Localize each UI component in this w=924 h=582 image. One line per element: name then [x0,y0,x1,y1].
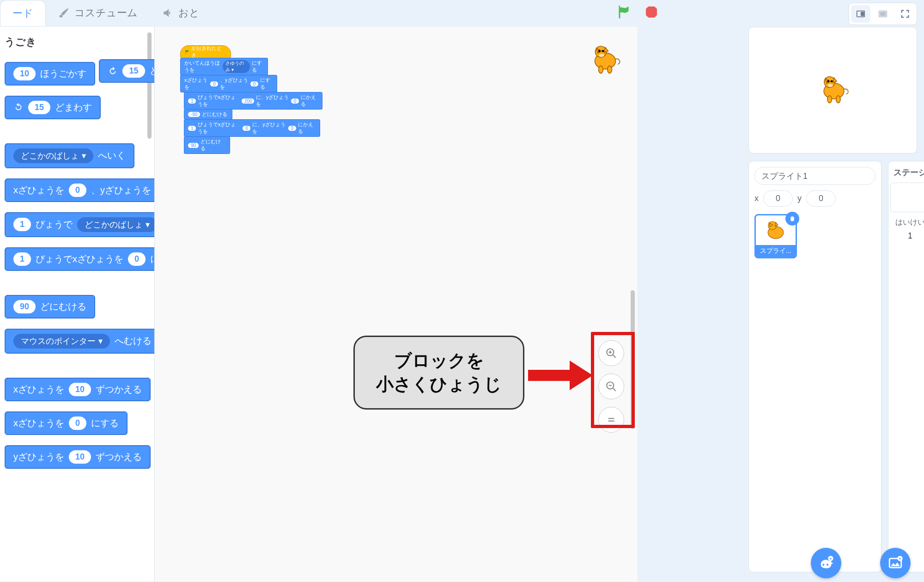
annotation-line2: 小さくひょうじ [376,373,502,396]
script-row[interactable]: -90どにむける [184,109,232,120]
backdrops-label: はいけい [890,218,924,227]
svg-point-23 [827,96,832,103]
input-x[interactable]: 0 [128,252,146,266]
category-motion-header: うごき [3,31,155,55]
tab-code[interactable]: ード [0,0,46,26]
stage-header: ステージ [890,167,924,178]
stage-view-controls [849,3,917,25]
script-row[interactable]: 90どにむける [184,136,230,154]
input-secs[interactable]: 1 [13,252,31,266]
speaker-icon [162,7,174,19]
run-controls [614,3,661,21]
backdrop-thumb[interactable] [890,183,924,212]
rotate-ccw-icon [13,102,24,112]
sprite-y-input[interactable] [806,190,836,207]
editor-tabs: ード コスチューム おと [0,0,638,26]
rotate-cw-icon [108,66,118,76]
hat-block-flag-clicked[interactable]: がおされたとき [180,45,231,58]
workspace-sprite-preview [587,41,624,78]
dropdown-glide-target[interactable]: どこかのばしょ ▾ [77,217,155,232]
block-point-towards[interactable]: マウスのポインター ▾ へむける [5,329,155,354]
svg-point-8 [608,66,612,73]
svg-text:+: + [899,556,901,561]
y-label: y [797,194,802,203]
sprite-x-input[interactable] [763,190,793,207]
block-turn-counterclockwise[interactable]: 15 どまわす [5,96,101,119]
small-stage-button[interactable] [851,5,870,23]
annotation-arrow-icon [528,357,593,394]
svg-point-9 [598,50,601,52]
svg-point-7 [599,66,603,73]
annotation-highlight-box [591,332,635,428]
block-change-y[interactable]: yざひょうを 10 ずつかえる [5,445,151,469]
input-steps[interactable]: 10 [13,67,36,80]
x-label: x [754,194,759,203]
svg-marker-0 [646,6,657,18]
svg-point-10 [602,50,604,52]
script-row[interactable]: 1びょうでxざひょうを0に、yざひょうを0にかえる [184,119,320,137]
large-stage-button[interactable] [873,5,893,23]
script-row[interactable]: 1びょうでxざひょうを200に、yざひょうを0にかえる [184,92,322,110]
block-goto-random[interactable]: どこかのばしょ ▾ へいく [5,143,134,168]
svg-point-26 [831,80,833,83]
script-stack[interactable]: がおされたとき かいてんほうほうをさゆうのみ ▾にする xざひょうを0、yざひょ… [180,45,322,154]
right-column: x y スプライ... ステージ はいけい [748,27,917,582]
sprite-thumb-1[interactable]: スプライ... [754,214,797,258]
script-row[interactable]: xざひょうを0、yざひょうを0にする [180,75,277,92]
stop-button[interactable] [642,3,661,21]
svg-text:+: + [829,556,832,561]
backdrops-count: 1 [890,231,924,241]
dropdown-point-target[interactable]: マウスのポインター ▾ [13,334,110,349]
input-secs[interactable]: 1 [13,218,31,231]
add-sprite-button[interactable]: + [811,548,841,578]
svg-point-25 [827,80,829,83]
delete-sprite-button[interactable] [785,212,799,226]
block-point-direction[interactable]: 90 どにむける [5,295,95,319]
block-set-x[interactable]: xざひょうを 0 にする [5,411,128,435]
paintbrush-icon [58,7,70,19]
input-dy[interactable]: 10 [69,450,91,464]
sprite-thumb-label: スプライ... [756,245,796,257]
input-degrees[interactable]: 15 [28,101,50,114]
annotation-callout: ブロックを 小さくひょうじ [353,336,524,410]
block-goto-xy[interactable]: xざひょうを 0 、yざひょうを 0 にする [5,178,155,202]
svg-point-11 [599,54,604,57]
input-x[interactable]: 0 [69,417,86,430]
annotation-line1: ブロックを [376,349,502,373]
sprite-list: スプライ... [754,214,875,258]
stage[interactable] [748,27,917,153]
svg-rect-4 [881,12,886,15]
input-dx[interactable]: 10 [69,383,91,396]
palette-scrollbar-thumb[interactable] [147,32,152,139]
fullscreen-button[interactable] [895,5,915,23]
tab-sounds-label: おと [178,6,200,20]
dropdown-goto-target[interactable]: どこかのばしょ ▾ [13,148,93,163]
stage-info-pane: ステージ はいけい 1 [888,161,924,572]
workspace[interactable]: がおされたとき かいてんほうほうをさゆうのみ ▾にする xざひょうを0、yざひょ… [155,27,638,582]
sprite-info-pane: x y スプライ... [748,161,881,572]
tab-code-label: ード [12,6,33,20]
stage-sprite-cat [816,71,852,107]
add-backdrop-button[interactable]: + [880,548,911,578]
block-glide-xy[interactable]: 1 びょうでxざひょうを 0 に、yざひょうを [5,247,155,271]
script-row[interactable]: かいてんほうほうをさゆうのみ ▾にする [180,58,268,75]
input-degrees[interactable]: 15 [122,64,145,78]
sprite-name-input[interactable] [754,167,875,185]
block-turn-clockwise[interactable]: 15 どまわす [99,59,155,83]
block-palette: うごき 10 ほうごかす 15 どまわす 15 どまわす どこかのばしょ ▾ へ… [0,27,155,582]
input-x[interactable]: 0 [69,184,86,197]
block-glide-random[interactable]: 1 びょうで どこかのばしょ ▾ へいく [5,212,155,237]
tab-sounds[interactable]: おと [150,0,212,26]
svg-rect-2 [861,12,864,15]
tab-costumes[interactable]: コスチューム [46,0,150,26]
svg-point-27 [828,84,833,87]
block-move-steps[interactable]: 10 ほうごかす [5,62,95,86]
input-direction[interactable]: 90 [13,300,36,313]
green-flag-button[interactable] [614,3,633,21]
tab-costumes-label: コスチューム [74,6,138,20]
svg-point-24 [836,96,840,103]
block-change-x[interactable]: xざひょうを 10 ずつかえる [5,378,151,401]
